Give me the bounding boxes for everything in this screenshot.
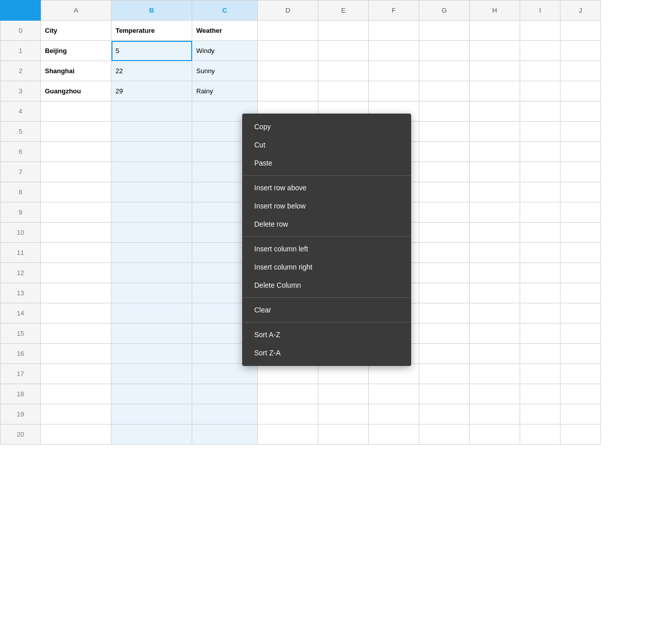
table-cell[interactable] [419, 61, 470, 81]
menu-item-insert-column-left[interactable]: Insert column left [242, 240, 411, 258]
table-cell[interactable] [520, 283, 561, 303]
switch-button[interactable] [1, 1, 41, 21]
table-cell[interactable] [561, 404, 601, 425]
table-cell[interactable] [111, 101, 192, 122]
table-cell[interactable] [561, 142, 601, 162]
menu-item-insert-row-above[interactable]: Insert row above [242, 179, 411, 197]
table-cell[interactable] [258, 81, 318, 101]
table-cell[interactable] [111, 243, 192, 263]
table-cell[interactable] [520, 182, 561, 202]
table-cell[interactable] [470, 41, 520, 61]
table-cell[interactable] [419, 142, 470, 162]
table-cell[interactable] [192, 425, 258, 445]
table-cell[interactable] [561, 303, 601, 324]
table-cell[interactable] [111, 182, 192, 202]
table-cell[interactable] [419, 21, 470, 41]
table-cell[interactable] [419, 223, 470, 243]
table-cell[interactable] [561, 122, 601, 142]
table-cell[interactable] [369, 81, 419, 101]
table-cell[interactable] [520, 21, 561, 41]
table-cell[interactable] [419, 404, 470, 425]
table-cell[interactable] [561, 364, 601, 384]
table-cell[interactable] [470, 384, 520, 404]
table-cell[interactable] [41, 303, 111, 324]
table-cell[interactable] [470, 364, 520, 384]
table-cell[interactable] [258, 364, 318, 384]
table-cell[interactable] [318, 425, 369, 445]
table-cell[interactable] [470, 324, 520, 344]
table-cell[interactable] [520, 324, 561, 344]
table-cell[interactable] [192, 364, 258, 384]
col-header-d[interactable]: D [258, 1, 318, 21]
col-header-f[interactable]: F [369, 1, 419, 21]
table-cell[interactable]: Sunny [192, 61, 258, 81]
table-cell[interactable] [318, 384, 369, 404]
table-cell[interactable] [318, 41, 369, 61]
table-cell[interactable] [111, 404, 192, 425]
menu-item-sort-z-a[interactable]: Sort Z-A [242, 344, 411, 362]
table-cell[interactable] [111, 425, 192, 445]
table-cell[interactable] [318, 404, 369, 425]
table-cell[interactable] [41, 324, 111, 344]
table-cell[interactable] [470, 21, 520, 41]
table-cell[interactable] [111, 162, 192, 182]
table-cell[interactable] [470, 425, 520, 445]
table-cell[interactable]: Windy [192, 41, 258, 61]
menu-item-insert-column-right[interactable]: Insert column right [242, 258, 411, 276]
table-cell[interactable] [520, 162, 561, 182]
table-cell[interactable] [111, 384, 192, 404]
col-header-g[interactable]: G [419, 1, 470, 21]
table-cell[interactable] [470, 162, 520, 182]
table-cell[interactable] [561, 101, 601, 122]
table-cell[interactable] [470, 223, 520, 243]
table-cell[interactable] [561, 283, 601, 303]
table-cell[interactable] [258, 384, 318, 404]
table-cell[interactable] [41, 404, 111, 425]
table-cell[interactable] [111, 303, 192, 324]
table-cell[interactable] [111, 263, 192, 283]
table-cell[interactable] [470, 142, 520, 162]
table-cell[interactable] [419, 182, 470, 202]
table-cell[interactable] [41, 425, 111, 445]
col-header-h[interactable]: H [470, 1, 520, 21]
table-cell[interactable] [41, 122, 111, 142]
menu-item-clear[interactable]: Clear [242, 301, 411, 319]
table-cell[interactable] [111, 223, 192, 243]
table-cell[interactable] [419, 283, 470, 303]
table-cell[interactable] [419, 243, 470, 263]
table-cell[interactable] [419, 364, 470, 384]
table-cell[interactable] [520, 263, 561, 283]
table-cell[interactable] [419, 384, 470, 404]
col-header-e[interactable]: E [318, 1, 369, 21]
table-cell[interactable] [369, 61, 419, 81]
table-cell[interactable] [369, 425, 419, 445]
table-cell[interactable] [318, 81, 369, 101]
table-cell[interactable] [258, 425, 318, 445]
table-cell[interactable] [258, 404, 318, 425]
table-cell[interactable]: Temperature [111, 21, 192, 41]
table-cell[interactable] [419, 122, 470, 142]
table-cell[interactable] [520, 223, 561, 243]
col-header-b[interactable]: B [111, 1, 192, 21]
table-cell[interactable] [561, 263, 601, 283]
table-cell[interactable] [41, 364, 111, 384]
table-cell[interactable] [419, 81, 470, 101]
table-cell[interactable] [419, 324, 470, 344]
table-cell[interactable] [369, 21, 419, 41]
table-cell[interactable] [41, 243, 111, 263]
table-cell[interactable] [111, 202, 192, 223]
table-cell[interactable]: 29 [111, 81, 192, 101]
table-cell[interactable] [561, 344, 601, 364]
table-cell[interactable] [41, 202, 111, 223]
table-cell[interactable] [258, 41, 318, 61]
table-cell[interactable] [41, 223, 111, 243]
table-cell[interactable] [561, 324, 601, 344]
table-cell[interactable] [318, 364, 369, 384]
table-cell[interactable] [318, 61, 369, 81]
table-cell[interactable] [520, 101, 561, 122]
table-cell[interactable]: City [41, 21, 111, 41]
table-cell[interactable] [520, 303, 561, 324]
table-cell[interactable] [419, 425, 470, 445]
table-cell[interactable] [419, 202, 470, 223]
table-cell[interactable] [258, 21, 318, 41]
